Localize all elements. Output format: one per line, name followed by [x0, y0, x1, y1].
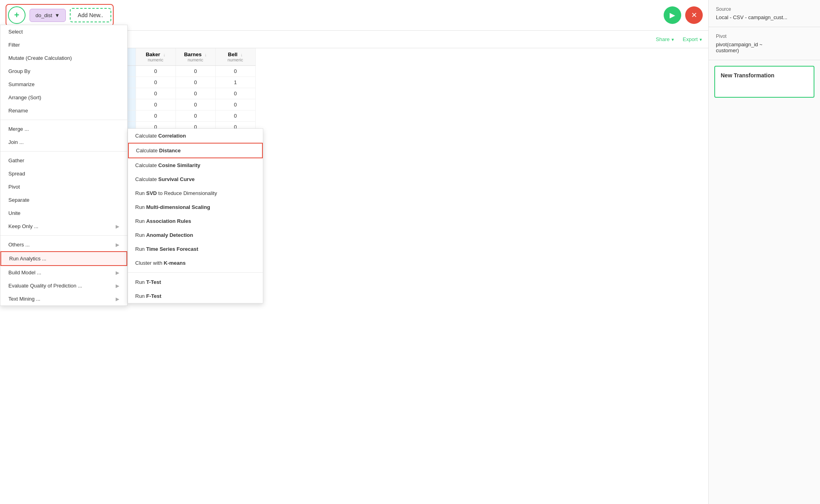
sub-item-ttest[interactable]: Run T-Test [128, 275, 263, 289]
pivot-title: Pivot [716, 33, 813, 39]
divider-2 [0, 151, 127, 152]
export-button[interactable]: Export [683, 36, 703, 42]
sub-dropdown: Calculate Correlation Calculate Distance… [128, 128, 263, 303]
menu-item-keeponly[interactable]: Keep Only ... ▶ [0, 220, 127, 233]
source-title: Source [716, 6, 813, 12]
menu-item-merge[interactable]: Merge ... [0, 122, 127, 136]
sub-item-cosine[interactable]: Calculate Cosine Similarity [128, 158, 263, 172]
source-content: Local - CSV - campaign_cust... [716, 14, 813, 20]
divider-1 [0, 120, 127, 120]
menu-item-unite[interactable]: Unite [0, 207, 127, 220]
sub-item-timeseries[interactable]: Run Time Series Forecast [128, 242, 263, 256]
menu-item-summarize[interactable]: Summarize [0, 78, 127, 91]
sub-item-distance[interactable]: Calculate Distance [128, 143, 263, 158]
arrow-icon-text: ▶ [116, 296, 119, 302]
sub-item-correlation[interactable]: Calculate Correlation [128, 129, 263, 143]
sub-item-survival[interactable]: Calculate Survival Curve [128, 172, 263, 186]
divider-3 [0, 235, 127, 236]
new-transformation-label: New Transformation [721, 72, 808, 79]
dropdown-overlay: Select Filter Mutate (Create Calculation… [0, 25, 263, 306]
menu-item-pivot[interactable]: Pivot [0, 180, 127, 193]
sub-item-anomaly[interactable]: Run Anomaly Detection [128, 228, 263, 242]
sub-divider [128, 272, 263, 273]
menu-item-mutate[interactable]: Mutate (Create Calculation) [0, 51, 127, 65]
run-button[interactable]: ▶ [664, 6, 681, 24]
menu-item-evaluate[interactable]: Evaluate Quality of Prediction ... ▶ [0, 279, 127, 292]
arrow-icon: ▶ [116, 224, 119, 229]
menu-item-gather[interactable]: Gather [0, 154, 127, 167]
toolbar-left-group: + do_dist ▼ Add New.. [6, 4, 114, 26]
menu-item-arrange[interactable]: Arrange (Sort) [0, 91, 127, 104]
stop-button[interactable]: ✕ [685, 6, 703, 24]
sub-item-assoc-rules[interactable]: Run Association Rules [128, 214, 263, 228]
new-transformation-box[interactable]: New Transformation [714, 66, 814, 98]
menu-item-spread[interactable]: Spread [0, 167, 127, 180]
do-dist-label: do_dist [35, 12, 52, 18]
add-new-button[interactable]: Add New.. [70, 8, 111, 22]
menu-item-text-mining[interactable]: Text Mining ... ▶ [0, 292, 127, 305]
source-section: Source Local - CSV - campaign_cust... [709, 0, 820, 27]
menu-item-filter[interactable]: Filter [0, 38, 127, 51]
share-button[interactable]: Share [656, 36, 674, 42]
menu-item-others[interactable]: Others ... ▶ [0, 238, 127, 251]
menu-item-build-model[interactable]: Build Model ... ▶ [0, 266, 127, 279]
sub-item-svd[interactable]: Run SVD to Reduce Dimensionality [128, 186, 263, 200]
menu-item-select[interactable]: Select [0, 25, 127, 38]
menu-item-rename[interactable]: Rename [0, 104, 127, 117]
add-button[interactable]: + [8, 6, 26, 24]
sub-item-ftest[interactable]: Run F-Test [128, 289, 263, 303]
arrow-icon-others: ▶ [116, 242, 119, 248]
right-panel: Source Local - CSV - campaign_cust... Pi… [708, 0, 820, 504]
sub-item-kmeans[interactable]: Cluster with K-means [128, 256, 263, 270]
arrow-icon-build: ▶ [116, 270, 119, 276]
app-container: + do_dist ▼ Add New.. ▶ ✕ Viz 101 Column… [0, 0, 820, 504]
pivot-content: pivot(campaign_id ~ customer) [716, 41, 813, 53]
main-dropdown: Select Filter Mutate (Create Calculation… [0, 25, 128, 306]
sub-item-mds[interactable]: Run Multi-dimensional Scaling [128, 200, 263, 214]
do-dist-button[interactable]: do_dist ▼ [30, 9, 66, 22]
arrow-icon-eval: ▶ [116, 283, 119, 289]
chevron-down-icon: ▼ [55, 12, 60, 18]
menu-item-run-analytics[interactable]: Run Analytics ... [0, 251, 127, 266]
menu-item-separate[interactable]: Separate [0, 193, 127, 207]
pivot-section: Pivot pivot(campaign_id ~ customer) [709, 27, 820, 60]
menu-item-join[interactable]: Join ... [0, 136, 127, 149]
menu-item-groupby[interactable]: Group By [0, 65, 127, 78]
